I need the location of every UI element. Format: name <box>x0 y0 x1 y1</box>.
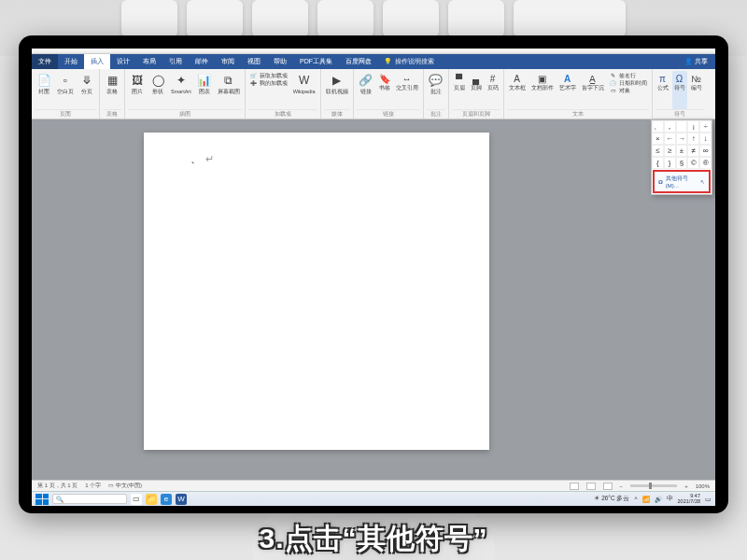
tray-chevron-icon[interactable]: ^ <box>634 496 637 502</box>
sym-cell[interactable]: → <box>676 133 688 145</box>
zoom-in-button[interactable]: + <box>684 483 688 489</box>
status-lang[interactable]: ▭ 中文(中国) <box>108 482 142 490</box>
start-button[interactable] <box>35 494 49 505</box>
tab-design[interactable]: 设计 <box>110 54 136 69</box>
sym-cell[interactable]: ÷ <box>699 120 712 133</box>
weather-icon: ☀ <box>594 495 599 501</box>
my-addins-button[interactable]: ➕我的加载项 <box>250 79 288 87</box>
dropcap-button[interactable]: A̲首字下沉 <box>580 71 606 109</box>
screenshot-button[interactable]: ⧉屏幕截图 <box>216 71 242 109</box>
tab-baidu[interactable]: 百度网盘 <box>339 54 378 69</box>
tab-file[interactable]: 文件 <box>32 54 58 69</box>
sym-cell[interactable]: 、 <box>652 120 664 133</box>
sym-cell[interactable]: ， <box>664 120 676 133</box>
group-tables: ▦表格 表格 <box>100 69 125 119</box>
footer-button[interactable]: ▄页脚 <box>469 71 484 109</box>
sym-cell[interactable]: } <box>664 157 676 169</box>
tab-references[interactable]: 引用 <box>162 54 189 69</box>
crossref-button[interactable]: ↔交叉引用 <box>394 71 420 109</box>
zoom-slider[interactable] <box>630 484 677 487</box>
task-view-button[interactable]: ▭ <box>131 494 142 505</box>
tab-pdf[interactable]: PDF工具集 <box>293 54 339 69</box>
signature-button[interactable]: ✎签名行 <box>610 72 647 79</box>
header-icon: ▀ <box>454 73 465 84</box>
symbol-button[interactable]: Ω符号 <box>672 71 687 109</box>
table-button[interactable]: ▦表格 <box>103 71 121 109</box>
sym-cell[interactable] <box>676 120 688 133</box>
zoom-level[interactable]: 100% <box>696 483 710 489</box>
object-button[interactable]: ▭对象 <box>610 87 647 94</box>
document-page[interactable]: 、 ↵ <box>144 133 489 450</box>
tab-view[interactable]: 视图 <box>241 54 267 69</box>
sym-cell[interactable]: ↑ <box>687 133 699 145</box>
share-button[interactable]: 👤 共享 <box>677 54 715 69</box>
page-break-button[interactable]: ⤋分页 <box>78 71 96 109</box>
taskbar-clock[interactable]: 9:47 2021/7/28 <box>678 494 700 504</box>
chart-button[interactable]: 📊图表 <box>195 71 214 109</box>
view-print-button[interactable] <box>586 483 596 490</box>
search-icon: 🔍 <box>56 496 63 503</box>
tab-mailings[interactable]: 邮件 <box>189 54 215 69</box>
sym-cell[interactable]: ∞ <box>699 145 712 157</box>
sym-cell[interactable]: § <box>676 157 688 169</box>
edge-taskbar-icon[interactable]: e <box>161 494 172 505</box>
more-symbols-button[interactable]: Ω 其他符号(M)... ↖ <box>653 170 711 193</box>
notifications-icon[interactable]: ▭ <box>705 496 712 503</box>
pictures-button[interactable]: 🖼图片 <box>128 71 147 109</box>
sym-cell[interactable]: ↓ <box>699 133 712 145</box>
view-web-button[interactable] <box>603 483 613 490</box>
explorer-taskbar-icon[interactable]: 📁 <box>146 494 157 505</box>
windows-taskbar: 🔍 ▭ 📁 e W ☀ 26°C 多云 ^ 📶 🔊 中 9:47 2021/7/… <box>32 491 715 506</box>
number-button[interactable]: №编号 <box>689 71 704 109</box>
share-label: 共享 <box>695 57 708 66</box>
online-video-button[interactable]: ▶联机视频 <box>324 71 350 109</box>
sym-cell[interactable]: { <box>652 157 664 169</box>
sym-cell[interactable]: ≠ <box>687 145 699 157</box>
document-area[interactable]: 、 ↵ <box>32 119 715 491</box>
view-read-button[interactable] <box>570 483 579 490</box>
sym-cell[interactable]: ¡ <box>687 120 699 133</box>
volume-icon[interactable]: 🔊 <box>655 496 662 503</box>
quickparts-button[interactable]: ▣文档部件 <box>529 71 556 109</box>
taskbar-search[interactable]: 🔍 <box>52 494 127 504</box>
equation-icon: π <box>657 73 669 84</box>
smartart-button[interactable]: ✦SmartArt <box>169 71 193 109</box>
tab-home[interactable]: 开始 <box>58 54 84 69</box>
sym-cell[interactable]: ® <box>699 157 712 169</box>
header-button[interactable]: ▀页眉 <box>452 71 467 109</box>
equation-button[interactable]: π公式 <box>655 71 670 109</box>
shapes-button[interactable]: ◯形状 <box>148 71 167 109</box>
status-page[interactable]: 第 1 页，共 1 页 <box>37 482 78 490</box>
textbox-button[interactable]: A文本框 <box>507 71 528 109</box>
sym-cell[interactable]: ≥ <box>664 145 676 157</box>
bookmark-button[interactable]: 🔖书签 <box>377 71 392 109</box>
sym-cell[interactable]: © <box>687 157 699 169</box>
comment-button[interactable]: 💬批注 <box>427 71 445 109</box>
sym-cell[interactable]: × <box>652 133 664 145</box>
pagenum-button[interactable]: #页码 <box>486 71 500 109</box>
weather-widget[interactable]: ☀ 26°C 多云 <box>594 495 629 503</box>
cover-page-button[interactable]: 📄封面 <box>35 71 53 109</box>
datetime-button[interactable]: 🕓日期和时间 <box>610 79 647 87</box>
link-button[interactable]: 🔗链接 <box>357 71 375 109</box>
blank-page-button[interactable]: ▫空白页 <box>55 71 76 109</box>
network-icon[interactable]: 📶 <box>642 496 650 503</box>
tab-review[interactable]: 审阅 <box>215 54 241 69</box>
tab-layout[interactable]: 布局 <box>136 54 162 69</box>
ime-icon[interactable]: 中 <box>667 495 673 503</box>
wordart-button[interactable]: A艺术字 <box>557 71 578 109</box>
sym-cell[interactable]: ± <box>676 145 688 157</box>
zoom-out-button[interactable]: − <box>620 483 624 489</box>
tab-help[interactable]: 帮助 <box>267 54 293 69</box>
wordart-icon: A <box>562 73 573 84</box>
group-media: ▶联机视频 媒体 <box>321 69 354 119</box>
sym-cell[interactable]: ≤ <box>652 145 664 157</box>
tab-insert[interactable]: 插入 <box>84 54 110 69</box>
status-words[interactable]: 1 个字 <box>85 482 101 490</box>
wikipedia-button[interactable]: WWikipedia <box>291 71 317 109</box>
get-addins-button[interactable]: 🛒获取加载项 <box>250 72 288 79</box>
sym-cell[interactable]: ← <box>664 133 676 145</box>
word-taskbar-icon[interactable]: W <box>176 494 187 505</box>
tell-me[interactable]: 💡 操作说明搜索 <box>378 54 440 69</box>
symbol-icon: Ω <box>674 73 685 84</box>
